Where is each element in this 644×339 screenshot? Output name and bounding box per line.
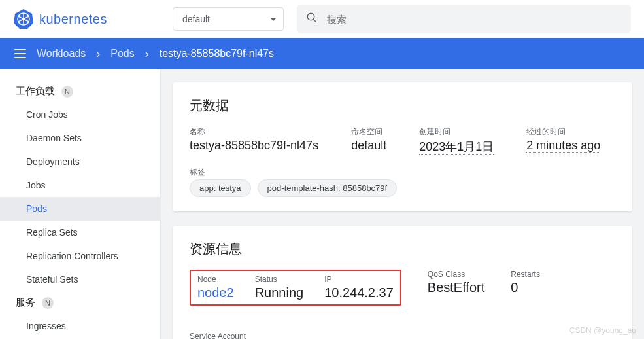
resource-card: 资源信息 Node node2 Status Running IP 10.244… [173,226,632,339]
field-node: Node node2 [197,275,234,300]
namespace-badge: N [42,297,54,309]
top-bar: kubernetes default [0,0,644,38]
menu-icon[interactable] [14,49,26,58]
field-qos: QoS Class BestEffort [428,270,484,306]
metadata-card: 元数据 名称 testya-85858bc79f-nl47s 命名空间 defa… [173,82,632,211]
chevron-down-icon [270,18,277,21]
field-restarts: Restarts 0 [511,270,540,306]
brand-logo[interactable]: kubernetes [13,9,107,29]
sidebar-item-replicationcontrollers[interactable]: Replication Controllers [0,244,160,268]
namespace-badge: N [61,86,73,98]
label-chip: pod-template-hash: 85858bc79f [258,179,398,197]
breadcrumb-workloads[interactable]: Workloads [37,48,86,60]
sidebar-item-daemonsets[interactable]: Daemon Sets [0,126,160,150]
breadcrumb-pods[interactable]: Pods [110,48,134,60]
svg-point-9 [307,13,314,20]
sidebar-item-pods[interactable]: Pods [0,197,160,221]
resource-title: 资源信息 [190,240,615,258]
svg-line-10 [313,19,316,22]
sidebar-heading-services[interactable]: 服务 N [0,291,160,314]
field-ip: IP 10.244.2.37 [324,275,394,300]
brand-text: kubernetes [39,12,107,27]
content-area: 元数据 名称 testya-85858bc79f-nl47s 命名空间 defa… [161,69,644,339]
metadata-title: 元数据 [190,97,615,115]
metadata-fields: 名称 testya-85858bc79f-nl47s 命名空间 default … [190,126,615,155]
namespace-selected: default [182,14,210,24]
chevron-right-icon: › [145,47,149,61]
sidebar-item-jobs[interactable]: Jobs [0,173,160,197]
sidebar-item-ingresses[interactable]: Ingresses [0,314,160,338]
field-namespace: 命名空间 default [351,126,386,155]
sidebar: 工作负载 N Cron Jobs Daemon Sets Deployments… [0,69,161,339]
chevron-right-icon: › [96,47,100,61]
highlight-box: Node node2 Status Running IP 10.244.2.37 [190,270,401,306]
resource-fields: Node node2 Status Running IP 10.244.2.37… [190,270,615,339]
watermark: CSDN @young_ao [569,326,636,335]
field-created: 创建时间 2023年1月1日 [419,126,494,155]
breadcrumb-current: testya-85858bc79f-nl47s [160,48,274,60]
field-labels: 标签 app: testya pod-template-hash: 85858b… [190,167,615,197]
namespace-select[interactable]: default [173,7,284,31]
field-status: Status Running [255,275,304,300]
field-name: 名称 testya-85858bc79f-nl47s [190,126,318,155]
kubernetes-wheel-icon [13,9,34,29]
sidebar-item-statefulsets[interactable]: Stateful Sets [0,268,160,291]
sidebar-item-cronjobs[interactable]: Cron Jobs [0,103,160,126]
label-chip: app: testya [190,179,251,197]
search-icon [306,12,318,26]
breadcrumb-bar: Workloads › Pods › testya-85858bc79f-nl4… [0,38,644,69]
sidebar-heading-workloads[interactable]: 工作负载 N [0,80,160,103]
node-link[interactable]: node2 [197,285,234,300]
main: 工作负载 N Cron Jobs Daemon Sets Deployments… [0,69,644,339]
sidebar-item-replicasets[interactable]: Replica Sets [0,221,160,244]
search-input[interactable] [327,14,622,25]
sidebar-item-deployments[interactable]: Deployments [0,150,160,173]
field-age: 经过的时间 2 minutes ago [526,126,600,155]
field-service-account: Service Account default [190,332,246,339]
search-bar[interactable] [297,5,631,33]
